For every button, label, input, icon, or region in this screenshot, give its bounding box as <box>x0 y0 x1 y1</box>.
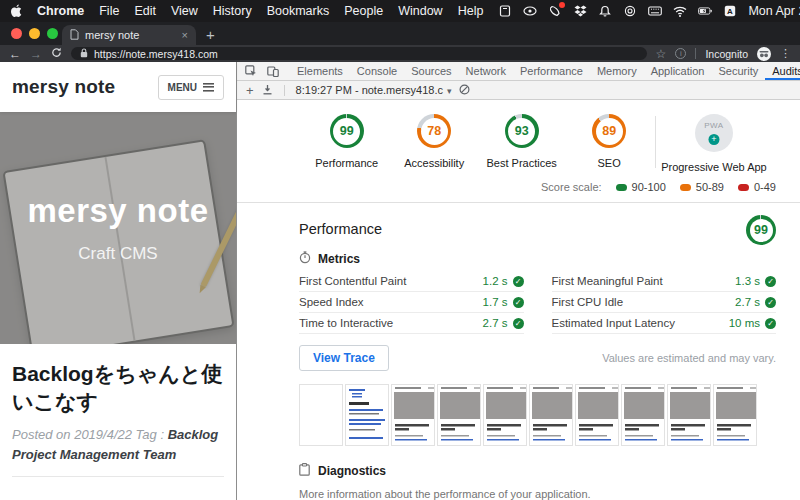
audit-run-label: 8:19:27 PM - note.mersy418.c <box>296 84 443 96</box>
filmstrip-thumbnail <box>345 384 389 446</box>
devtools-tab-console[interactable]: Console <box>350 62 404 80</box>
post-title[interactable]: Backlogをちゃんと使いこなす <box>12 360 224 415</box>
svg-text:A: A <box>727 7 733 16</box>
post-meta: Posted on 2019/4/22 Tag : Backlog Projec… <box>12 425 224 464</box>
devtools-tab-security[interactable]: Security <box>711 62 765 80</box>
stopwatch-icon <box>299 251 311 267</box>
window-zoom-button[interactable] <box>47 28 58 39</box>
devtools-tab-audits[interactable]: Audits <box>765 62 800 80</box>
browser-toolbar: https://note.mersy418.com i Incognito <box>0 45 800 62</box>
bell-icon[interactable] <box>598 4 612 18</box>
pwa-badge-icon: PWA <box>695 114 733 152</box>
bookmark-star-icon[interactable] <box>656 47 667 61</box>
contacts-icon[interactable] <box>498 4 512 18</box>
site-brand[interactable]: mersy note <box>12 76 115 98</box>
menu-history[interactable]: History <box>213 4 252 18</box>
menu-chrome[interactable]: Chrome <box>37 4 84 18</box>
tab-close-icon[interactable]: × <box>182 29 188 41</box>
eye-icon[interactable] <box>523 4 537 18</box>
menu-bookmarks[interactable]: Bookmarks <box>267 4 330 18</box>
metric-time-to-interactive: Time to Interactive 2.7 s <box>299 313 524 334</box>
menu-edit[interactable]: Edit <box>134 4 156 18</box>
menubar-clock[interactable]: Mon Apr 22 20:19 <box>748 4 800 18</box>
metric-first-meaningful-paint: First Meaningful Paint 1.3 s <box>552 271 777 292</box>
toolbar-divider <box>695 48 696 59</box>
audits-toolbar-divider <box>284 85 285 96</box>
menu-button-label: MENU <box>168 82 197 93</box>
back-button[interactable] <box>9 48 21 60</box>
clear-audits-icon[interactable] <box>459 84 470 97</box>
score-best-practices[interactable]: 93 Best Practices <box>478 114 565 169</box>
window-close-button[interactable] <box>11 28 22 39</box>
dropbox-icon[interactable] <box>573 4 587 18</box>
score-pwa[interactable]: PWA Progressive Web App <box>658 114 770 173</box>
incognito-avatar-icon[interactable] <box>757 47 771 61</box>
devtools-tab-sources[interactable]: Sources <box>404 62 458 80</box>
tab-title: mersy note <box>85 29 176 41</box>
record-icon[interactable] <box>623 4 637 18</box>
site-menu-button[interactable]: MENU <box>158 75 224 100</box>
best-practices-gauge: 93 <box>505 114 539 148</box>
menu-help[interactable]: Help <box>458 4 484 18</box>
performance-gauge: 99 <box>330 114 364 148</box>
filmstrip-thumbnail <box>437 384 481 446</box>
browser-tabstrip: mersy note × + <box>0 22 800 45</box>
devtools-tab-performance[interactable]: Performance <box>513 62 590 80</box>
devtools-tab-elements[interactable]: Elements <box>290 62 350 80</box>
url-bar[interactable]: https://note.mersy418.com <box>71 47 647 60</box>
metrics-title: Metrics <box>318 252 360 266</box>
score-seo[interactable]: 89 SEO <box>565 114 652 169</box>
pass-check-icon <box>513 297 524 308</box>
incognito-label: Incognito <box>705 48 748 60</box>
performance-section-gauge: 99 <box>746 215 776 245</box>
forward-button[interactable] <box>30 48 42 60</box>
devtools-tab-application[interactable]: Application <box>644 62 712 80</box>
inspect-element-icon[interactable] <box>240 62 262 80</box>
seo-gauge: 89 <box>592 114 626 148</box>
metrics-header: Metrics <box>299 251 776 267</box>
clipboard-icon <box>299 463 310 479</box>
performance-section-title: Performance <box>299 215 382 237</box>
new-tab-button[interactable]: + <box>206 26 215 44</box>
apple-menu-icon[interactable] <box>10 4 22 18</box>
window-minimize-button[interactable] <box>29 28 40 39</box>
score-label: Best Practices <box>478 157 565 169</box>
devtools-tab-memory[interactable]: Memory <box>590 62 644 80</box>
reload-button[interactable] <box>51 47 62 60</box>
devtools-tab-network[interactable]: Network <box>459 62 513 80</box>
menu-window[interactable]: Window <box>398 4 442 18</box>
score-accessibility[interactable]: 78 Accessibility <box>390 114 477 169</box>
hero-image: mersy note Craft CMS <box>0 112 236 344</box>
score-label: SEO <box>565 157 652 169</box>
score-label: Performance <box>303 157 390 169</box>
view-trace-button[interactable]: View Trace <box>299 345 389 371</box>
audit-run-select[interactable]: 8:19:27 PM - note.mersy418.c <box>296 84 452 96</box>
filmstrip-thumbnail <box>529 384 573 446</box>
filmstrip-thumbnail <box>575 384 619 446</box>
phone-icon[interactable] <box>548 4 562 18</box>
pass-check-icon <box>765 297 776 308</box>
device-toolbar-icon[interactable] <box>262 62 284 80</box>
screen: Chrome File Edit View History Bookmarks … <box>0 0 800 500</box>
input-source-icon[interactable]: A <box>723 4 737 18</box>
new-audit-icon[interactable] <box>246 83 254 98</box>
browser-menu-icon[interactable] <box>780 47 791 60</box>
menu-view[interactable]: View <box>171 4 198 18</box>
green-range-icon <box>616 184 627 191</box>
menu-file[interactable]: File <box>99 4 119 18</box>
page-info-icon[interactable]: i <box>675 48 686 59</box>
hamburger-icon <box>203 83 214 92</box>
phone-badge <box>559 2 565 8</box>
site-panel: mersy note MENU mersy note Craft CMS Bac… <box>0 62 237 500</box>
download-report-icon[interactable] <box>262 84 273 97</box>
menu-people[interactable]: People <box>344 4 383 18</box>
browser-tab[interactable]: mersy note × <box>62 25 196 45</box>
filmstrip-thumbnail <box>391 384 435 446</box>
wifi-icon[interactable] <box>673 4 687 18</box>
keyboard-icon[interactable] <box>648 4 662 18</box>
url-text: https://note.mersy418.com <box>94 48 218 60</box>
score-scale-label: Score scale: <box>541 181 602 193</box>
battery-charging-icon[interactable] <box>698 4 712 18</box>
devtools-panel: Elements Console Sources Network Perform… <box>237 62 800 500</box>
score-performance[interactable]: 99 Performance <box>303 114 390 169</box>
